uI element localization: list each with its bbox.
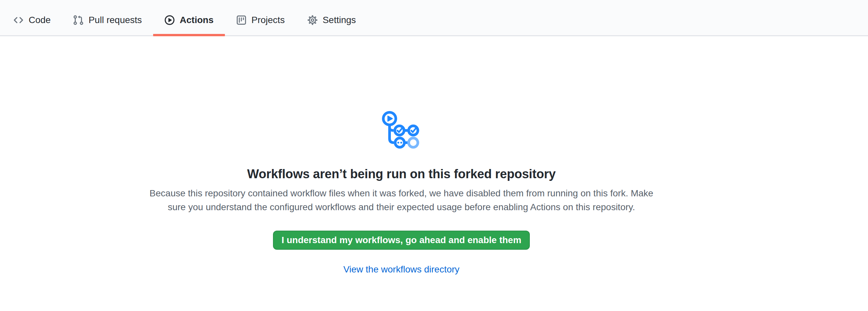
blankslate-description: Because this repository contained workfl… (150, 186, 653, 214)
tab-label: Projects (252, 15, 285, 25)
gear-icon (307, 15, 318, 25)
code-icon (13, 15, 24, 25)
actions-blankslate: Workflows aren’t being run on this forke… (0, 36, 803, 275)
tab-label: Settings (323, 15, 356, 25)
tab-label: Actions (180, 15, 214, 25)
tab-label: Code (29, 15, 51, 25)
enable-workflows-button[interactable]: I understand my workflows, go ahead and … (273, 230, 530, 250)
workflow-graph-icon (382, 111, 421, 150)
blankslate-heading: Workflows aren’t being run on this forke… (247, 166, 556, 182)
git-pull-request-icon (73, 15, 84, 25)
tab-projects[interactable]: Projects (225, 5, 296, 35)
tab-settings[interactable]: Settings (296, 5, 367, 35)
view-workflows-directory-link[interactable]: View the workflows directory (343, 263, 460, 275)
tab-label: Pull requests (89, 15, 142, 25)
tab-code[interactable]: Code (2, 5, 62, 35)
play-circle-icon (164, 15, 175, 25)
tab-actions[interactable]: Actions (153, 5, 225, 35)
repo-tab-bar: Code Pull requests Actions (0, 0, 868, 36)
project-board-icon (236, 15, 247, 25)
tab-pull-requests[interactable]: Pull requests (62, 5, 153, 35)
